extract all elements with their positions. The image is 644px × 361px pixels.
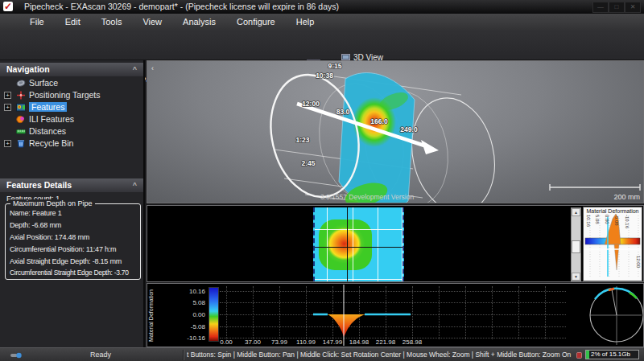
collapse-chevron-icon[interactable]: ^ xyxy=(133,63,137,76)
memory-progress-bar: 2% of 15.1Gb xyxy=(585,350,639,359)
mouse-help-text: t Buttons: Spin | Middle Button: Pan | M… xyxy=(187,348,572,361)
expander-icon[interactable]: + xyxy=(4,92,11,99)
maximize-button[interactable]: □ xyxy=(609,2,625,13)
close-button[interactable]: ✕ xyxy=(625,2,641,13)
feature-axial-position: Axial Position: 174.48 mm xyxy=(10,233,89,241)
progress-fill xyxy=(586,351,589,359)
vertical-scrollbar[interactable]: ▲ ▼ xyxy=(571,207,581,281)
app-logo-icon xyxy=(3,2,13,11)
menu-help[interactable]: Help xyxy=(286,14,325,30)
legend-tick: 5.08 xyxy=(595,215,600,224)
status-bar: Ready t Buttons: Spin | Middle Button: P… xyxy=(0,347,644,361)
navigation-header[interactable]: Navigation ^ xyxy=(0,63,143,76)
status-ready: Ready xyxy=(90,348,111,361)
axial-label: 166.0 xyxy=(370,117,388,125)
minimize-button[interactable]: — xyxy=(592,2,609,13)
ili-features-icon xyxy=(16,115,26,124)
menu-tools[interactable]: Tools xyxy=(91,14,133,30)
axial-label: 249.0 xyxy=(400,125,418,133)
tree-item-recycle-bin[interactable]: + Recycle Bin xyxy=(0,137,143,149)
deformation-heatmap[interactable] xyxy=(313,207,404,281)
legend-tick: 10.16 xyxy=(586,215,591,227)
cross-section-indicator xyxy=(590,286,643,345)
scroll-up-icon[interactable]: ▲ xyxy=(572,208,580,216)
expander-icon[interactable]: + xyxy=(4,140,11,147)
legend-tick: 0.00 xyxy=(605,215,609,224)
tree-item-distances[interactable]: Distances xyxy=(0,125,143,137)
surface-icon xyxy=(16,79,26,88)
deformation-legend-panel: 12:00 Material Deformation 10.16 5.08 0.… xyxy=(583,207,642,281)
legend-tick: -10.16 xyxy=(625,215,630,228)
menu-configure[interactable]: Configure xyxy=(226,14,286,30)
menu-bar: File Edit Tools View Analysis Configure … xyxy=(0,14,644,30)
tree-item-ili-features[interactable]: ILI Features xyxy=(0,113,143,125)
version-text: 3.0.1557 Development Version xyxy=(320,193,415,201)
window-title: Pipecheck - EXAscan 30269 - demopart* - … xyxy=(24,0,339,14)
legend-clock-label: 12:00 xyxy=(636,256,641,269)
scroll-down-icon[interactable]: ▼ xyxy=(572,273,580,281)
menu-view[interactable]: View xyxy=(132,14,172,30)
legend-tick: -5.08 xyxy=(614,215,619,226)
feature-name: Name: Feature 1 xyxy=(10,209,62,217)
app-window: Pipecheck - EXAscan 30269 - demopart* - … xyxy=(0,0,644,361)
distances-icon xyxy=(16,127,26,136)
selected-tree-label: Features xyxy=(29,102,67,112)
pipe-3d-render: 9:15 10:38 12:00 1:23 2:45 83.0 166.0 24… xyxy=(147,61,643,203)
clock-label: 2:45 xyxy=(301,159,315,167)
legend-title: Material Deformation xyxy=(584,208,642,214)
profile-plot xyxy=(147,284,643,347)
features-details-header[interactable]: Features Details ^ xyxy=(0,178,143,192)
scale-label: 200 mm xyxy=(613,193,640,201)
memory-icon xyxy=(576,352,582,359)
title-bar: Pipecheck - EXAscan 30269 - demopart* - … xyxy=(0,0,644,14)
tree-item-surface[interactable]: Surface xyxy=(0,77,143,88)
scale-bar xyxy=(550,184,640,191)
profile-chart-panel[interactable]: Material Deformation 10.16 5.08 0.00 -5.… xyxy=(147,283,644,347)
crosshair-vertical xyxy=(347,207,348,281)
expander-icon[interactable]: + xyxy=(4,104,11,111)
positioning-targets-icon xyxy=(16,91,26,100)
feature-axial-se-depth: Axial Straight Edge Depth: -8.15 mm xyxy=(10,257,122,265)
panel-collapse-arrow[interactable]: ‹ xyxy=(151,64,154,72)
scrollbar-thumb[interactable] xyxy=(572,240,580,253)
dent-profile xyxy=(328,314,365,337)
collapse-chevron-icon[interactable]: ^ xyxy=(133,178,137,192)
sidebar: Navigation ^ Surface + Positioning Targe… xyxy=(0,60,145,347)
menu-file[interactable]: File xyxy=(19,14,55,30)
menu-analysis[interactable]: Analysis xyxy=(172,14,226,30)
legend-graphic: 12:00 xyxy=(584,207,642,281)
heatmap-panel[interactable]: ▲ ▼ xyxy=(147,205,644,282)
memory-usage-text: 2% of 15.1Gb xyxy=(591,351,630,359)
menu-edit[interactable]: Edit xyxy=(55,14,91,30)
feature-circ-position: Circumferential Position: 11:47 h:m xyxy=(10,245,116,253)
clock-label: 12:00 xyxy=(302,100,320,108)
clock-label: 1:23 xyxy=(295,136,309,144)
recycle-bin-icon xyxy=(16,139,26,148)
toolbar: New Session Open Session Save Session Im… xyxy=(0,30,644,60)
clock-label: 10:38 xyxy=(316,72,333,80)
feature-circ-se-depth: Circumferential Straight Edge Depth: -3.… xyxy=(10,269,129,277)
features-icon xyxy=(16,103,26,112)
tree-item-features[interactable]: + Features xyxy=(0,101,143,113)
viewport-3d[interactable]: 9:15 10:38 12:00 1:23 2:45 83.0 166.0 24… xyxy=(147,60,644,203)
tree-item-positioning-targets[interactable]: + Positioning Targets xyxy=(0,89,143,101)
feature-depth: Depth: -6.68 mm xyxy=(10,221,61,229)
crosshair-horizontal xyxy=(315,247,404,248)
axial-label: 83.0 xyxy=(336,108,350,116)
status-icon xyxy=(10,351,22,359)
groupbox-title: Maximum Depth on Pipe xyxy=(10,199,95,207)
clock-label: 9:15 xyxy=(328,62,341,70)
